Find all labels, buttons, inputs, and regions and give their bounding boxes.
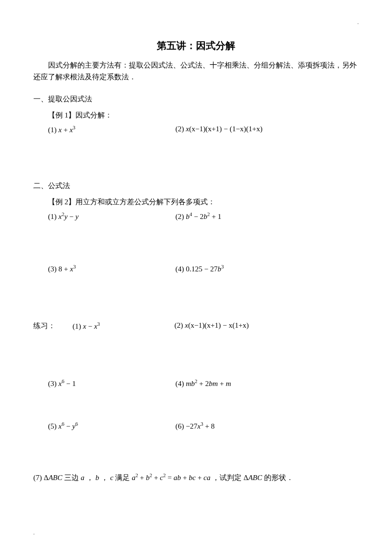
math-expr: x6 − 1: [58, 380, 75, 387]
q-label: (1): [73, 322, 83, 330]
q-label: (2): [174, 321, 185, 329]
page-title: 第五讲：因式分解: [33, 39, 359, 52]
example-2-q4: (4) 0.125 − 27b3: [175, 264, 359, 273]
section-1-head: 一、提取公因式法: [33, 95, 359, 104]
q-label: (4): [175, 380, 186, 387]
math-var: a: [81, 474, 85, 482]
math-expr: 8 + x3: [58, 265, 75, 273]
practice-q2: (2) x(x−1)(x+1) − x(1+x): [174, 321, 249, 331]
math-expr: x(x−1)(x+1) − x(1+x): [185, 321, 248, 329]
q-label: (2): [175, 213, 186, 220]
document-page: 第五讲：因式分解 因式分解的主要方法有：提取公因式法、公式法、十字相乘法、分组分…: [0, 0, 392, 502]
example-1-q1: (1) x + x3: [48, 125, 175, 134]
q-label: (4): [175, 265, 186, 273]
example-1-label: 【例 1】因式分解：: [48, 111, 359, 120]
q7-text: 三边: [64, 474, 79, 482]
practice-row-2: (3) x6 − 1 (4) mb2 + 2bm + m: [48, 379, 359, 388]
math-var: b: [96, 474, 99, 482]
practice-q6: (6) −27x3 + 8: [175, 421, 359, 431]
q-label: (7): [33, 474, 44, 482]
example-2-row-1: (1) x2y − y (2) b4 − 2b2 + 1: [48, 212, 359, 221]
math-expr: mb2 + 2bm + m: [186, 380, 231, 387]
intro-paragraph: 因式分解的主要方法有：提取公因式法、公式法、十字相乘法、分组分解法、添项拆项法，…: [33, 59, 359, 83]
q-label: (2): [175, 125, 186, 133]
section-2-head: 二、公式法: [33, 181, 359, 191]
example-2-q3: (3) 8 + x3: [48, 264, 175, 273]
q-label: (6): [175, 422, 186, 430]
q-label: (1): [48, 213, 58, 220]
math-expr: ΔABC: [244, 474, 262, 482]
q-label: (3): [48, 380, 58, 387]
math-expr: x − x3: [83, 322, 100, 330]
q7-text: 的形状．: [264, 474, 294, 482]
math-expr: a2 + b2 + c2 = ab + bc + ca: [132, 474, 211, 482]
q-label: (3): [48, 265, 58, 273]
practice-q7: (7) ΔABC 三边 a ， b ， c 满足 a2 + b2 + c2 = …: [33, 473, 359, 483]
q-label: (5): [48, 422, 58, 430]
math-expr: x + x3: [58, 126, 75, 134]
practice-q3: (3) x6 − 1: [48, 379, 175, 388]
math-expr: x6 − y6: [58, 422, 78, 430]
practice-q5: (5) x6 − y6: [48, 421, 175, 431]
example-1-q2: (2) x(x−1)(x+1) − (1−x)(1+x): [175, 125, 359, 134]
q7-text: ，: [86, 474, 94, 482]
q7-text: ，试判定: [212, 474, 242, 482]
math-expr: b4 − 2b2 + 1: [186, 213, 221, 220]
practice-row-3: (5) x6 − y6 (6) −27x3 + 8: [48, 421, 359, 431]
corner-dot-bottom: .: [33, 530, 35, 535]
math-expr: ΔABC: [44, 474, 62, 482]
example-2-q1: (1) x2y − y: [48, 212, 175, 221]
practice-prefix: 练习：: [33, 321, 73, 331]
q7-text: 满足: [115, 474, 130, 482]
math-expr: −27x3 + 8: [186, 422, 215, 430]
example-2-label: 【例 2】用立方和或立方差公式分解下列各多项式：: [48, 197, 359, 207]
example-2-row-2: (3) 8 + x3 (4) 0.125 − 27b3: [48, 264, 359, 273]
practice-q1: (1) x − x3: [73, 321, 161, 331]
practice-q4: (4) mb2 + 2bm + m: [175, 379, 359, 388]
math-var: c: [110, 474, 114, 482]
math-expr: x2y − y: [58, 213, 78, 220]
example-1-row: (1) x + x3 (2) x(x−1)(x+1) − (1−x)(1+x): [48, 125, 359, 134]
example-2-q2: (2) b4 − 2b2 + 1: [175, 212, 359, 221]
math-expr: x(x−1)(x+1) − (1−x)(1+x): [186, 125, 262, 133]
q-label: (1): [48, 126, 58, 134]
q7-text: ，: [101, 474, 108, 482]
corner-dot-top: .: [358, 20, 359, 25]
practice-row-1: 练习： (1) x − x3 (2) x(x−1)(x+1) − x(1+x): [33, 321, 359, 331]
math-expr: 0.125 − 27b3: [186, 265, 223, 273]
